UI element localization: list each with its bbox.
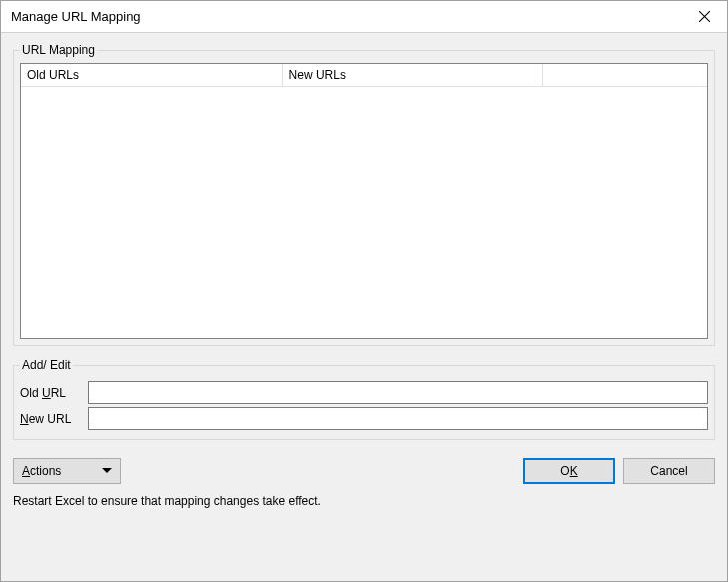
new-url-input[interactable] (88, 407, 708, 430)
ok-button[interactable]: OK (523, 458, 615, 484)
window-title: Manage URL Mapping (11, 9, 682, 24)
new-url-row: New URL (20, 407, 708, 430)
cancel-button-label: Cancel (650, 464, 687, 478)
col-new-urls[interactable]: New URLs (282, 64, 542, 86)
close-icon (699, 11, 710, 22)
table-header-row: Old URLs New URLs (21, 64, 707, 86)
url-mapping-group: URL Mapping Old URLs New URLs (13, 43, 715, 346)
actions-button[interactable]: Actions (13, 458, 121, 484)
actions-button-label: Actions (22, 464, 61, 478)
old-url-row: Old URL (20, 381, 708, 404)
add-edit-legend: Add/ Edit (20, 358, 73, 372)
url-mapping-table-container[interactable]: Old URLs New URLs (20, 63, 708, 339)
cancel-button[interactable]: Cancel (623, 458, 715, 484)
close-button[interactable] (682, 1, 727, 32)
add-edit-group: Add/ Edit Old URL New URL (13, 358, 715, 440)
url-mapping-legend: URL Mapping (20, 43, 97, 57)
url-mapping-table: Old URLs New URLs (21, 64, 707, 87)
old-url-label: Old URL (20, 386, 88, 400)
new-url-label: New URL (20, 412, 88, 426)
col-old-urls[interactable]: Old URLs (21, 64, 282, 86)
dialog-window: Manage URL Mapping URL Mapping Old URLs (0, 0, 728, 582)
chevron-down-icon (102, 468, 112, 474)
old-url-input[interactable] (88, 381, 708, 404)
titlebar: Manage URL Mapping (1, 1, 727, 33)
status-text: Restart Excel to ensure that mapping cha… (13, 494, 715, 508)
ok-button-label: OK (560, 464, 577, 478)
dialog-content: URL Mapping Old URLs New URLs (1, 33, 727, 581)
button-row: Actions OK Cancel (13, 458, 715, 484)
col-blank[interactable] (542, 64, 707, 86)
